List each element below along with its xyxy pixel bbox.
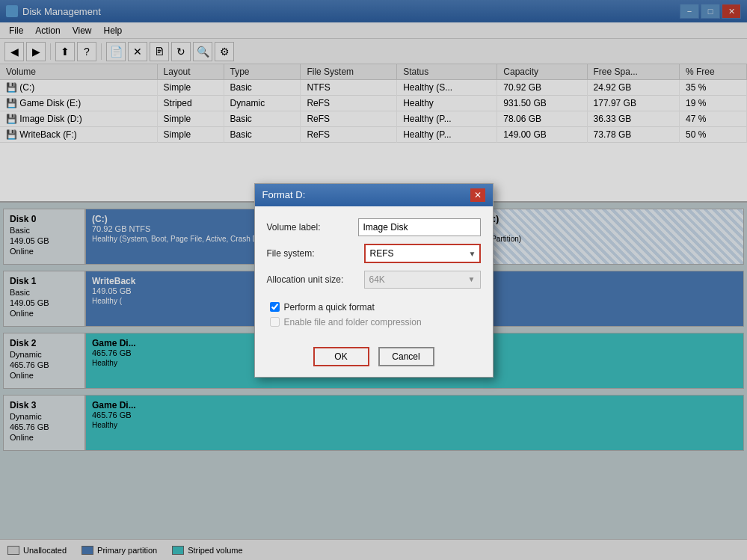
ok-button[interactable]: OK bbox=[313, 347, 369, 366]
modal-body: Volume label: File system: NTFS REFS FAT… bbox=[255, 206, 493, 341]
file-system-select[interactable]: NTFS REFS FAT32 exFAT bbox=[366, 245, 479, 262]
modal-overlay: Format D: ✕ Volume label: File system: N… bbox=[0, 0, 747, 560]
compression-checkbox[interactable] bbox=[270, 317, 280, 327]
quick-format-row: Perform a quick format bbox=[270, 302, 481, 313]
volume-label-label: Volume label: bbox=[267, 222, 358, 233]
modal-footer: OK Cancel bbox=[255, 341, 493, 377]
quick-format-checkbox[interactable] bbox=[270, 302, 280, 312]
modal-close-button[interactable]: ✕ bbox=[470, 188, 485, 202]
file-system-label: File system: bbox=[267, 248, 364, 259]
modal-title: Format D: bbox=[262, 189, 306, 200]
volume-label-input[interactable] bbox=[358, 218, 481, 236]
file-system-select-wrapper: NTFS REFS FAT32 exFAT ▼ bbox=[364, 244, 481, 263]
alloc-unit-label: Allocation unit size: bbox=[267, 274, 364, 285]
compression-label: Enable file and folder compression bbox=[284, 317, 422, 327]
volume-label-row: Volume label: bbox=[267, 218, 481, 236]
alloc-arrow-icon: ▼ bbox=[468, 275, 476, 283]
format-dialog: Format D: ✕ Volume label: File system: N… bbox=[254, 183, 494, 378]
alloc-unit-row: Allocation unit size: 64K ▼ bbox=[267, 271, 481, 289]
cancel-button[interactable]: Cancel bbox=[378, 347, 434, 366]
quick-format-label[interactable]: Perform a quick format bbox=[284, 302, 375, 313]
modal-title-bar: Format D: ✕ bbox=[255, 184, 493, 206]
compression-row: Enable file and folder compression bbox=[270, 317, 481, 327]
alloc-unit-select: 64K ▼ bbox=[364, 271, 481, 289]
file-system-row: File system: NTFS REFS FAT32 exFAT ▼ bbox=[267, 244, 481, 263]
